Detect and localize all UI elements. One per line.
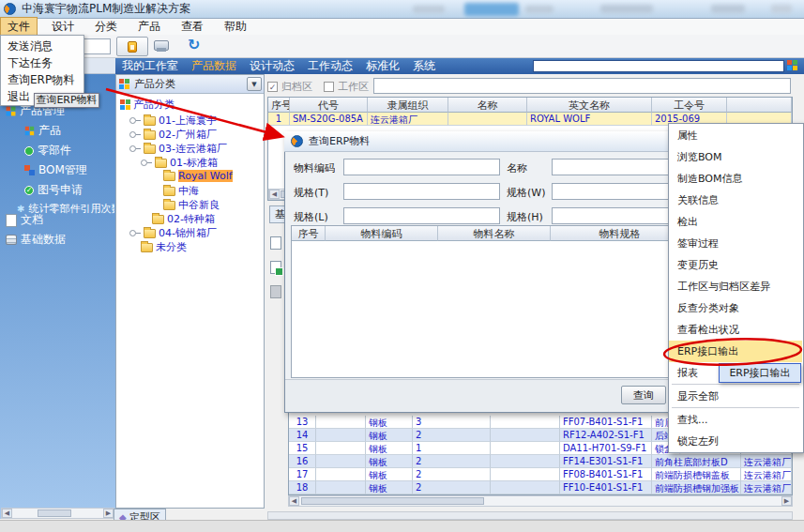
scroll-right-icon[interactable]: ▶: [103, 509, 114, 518]
add-document-button[interactable]: [270, 261, 281, 274]
scroll-right-icon[interactable]: ▶: [781, 496, 792, 506]
tree-node-royal-wolf[interactable]: Royal Wolf: [163, 170, 233, 182]
menu-classify[interactable]: 分类: [88, 18, 124, 36]
bom-cell[interactable]: 前角柱底部封板D: [652, 455, 741, 468]
new-document-button[interactable]: [270, 236, 281, 250]
product-row-cell[interactable]: ROYAL WOLF: [527, 113, 652, 126]
checkbox-checked-icon[interactable]: ✓: [267, 82, 278, 92]
bom-cell[interactable]: 2: [413, 429, 491, 442]
bom-cell[interactable]: [491, 442, 560, 455]
bom-cell[interactable]: [491, 481, 560, 494]
bom-cell[interactable]: 钢板: [366, 416, 413, 429]
menu-file[interactable]: 文件: [0, 17, 38, 37]
bom-cell[interactable]: 钢板: [366, 481, 413, 494]
bom-cell[interactable]: FF07-B401-S1-F1: [560, 416, 652, 429]
bom-cell[interactable]: 钢板: [366, 455, 413, 468]
col-header-seq[interactable]: 序号: [268, 98, 290, 113]
bom-cell[interactable]: 14: [289, 429, 316, 442]
ctx-item-show-all[interactable]: 显示全部: [669, 386, 802, 407]
bom-cell[interactable]: [316, 416, 366, 429]
tree-node-guangzhou[interactable]: 02-广州箱厂: [129, 128, 217, 142]
tab-system[interactable]: 系统: [413, 58, 435, 74]
print-button[interactable]: [154, 40, 169, 51]
tab-design-activity[interactable]: 设计动态: [250, 58, 295, 74]
menu-item-query-erp[interactable]: 查询ERP物料: [2, 71, 83, 88]
tab-standardization[interactable]: 标准化: [366, 58, 400, 74]
bom-cell[interactable]: 15: [289, 442, 316, 455]
scrollbar-thumb[interactable]: [38, 509, 71, 517]
product-row-cell[interactable]: 1: [268, 113, 290, 126]
bom-cell[interactable]: [316, 442, 366, 455]
menu-item-send-message[interactable]: 发送消息: [2, 38, 83, 54]
query-button[interactable]: 查询: [621, 386, 666, 404]
tree-node-jinzhou[interactable]: 04-锦州箱厂: [129, 226, 217, 240]
table-filter-input[interactable]: [373, 78, 791, 94]
bom-cell[interactable]: 连云港箱厂: [741, 481, 792, 494]
refresh-button[interactable]: ↻: [188, 38, 200, 53]
bom-cell[interactable]: FF08-B401-S1-F1: [560, 468, 652, 481]
ctx-item-checkout-status[interactable]: 查看检出状况: [669, 319, 802, 341]
bom-cell[interactable]: [491, 429, 560, 442]
ctx-item-approval-process[interactable]: 签审过程: [669, 233, 802, 254]
workspace-checkbox[interactable]: 工作区: [324, 80, 369, 94]
sidebar-group-base-data[interactable]: 基础数据: [6, 232, 66, 248]
bom-cell[interactable]: 钢板: [366, 429, 413, 442]
bom-cell[interactable]: 16: [289, 455, 316, 468]
bom-table-hscrollbar[interactable]: ◀ ▶: [288, 495, 793, 507]
dialog-col-name[interactable]: 物料名称: [438, 226, 551, 241]
bom-cell[interactable]: 钢板: [366, 468, 413, 481]
sidebar-item-drawing-no[interactable]: ✓ 图号申请: [24, 182, 83, 198]
tree-node-unclassified[interactable]: 未分类: [141, 240, 187, 254]
dialog-col-code[interactable]: 物料编码: [326, 226, 438, 241]
sidebar-item-bom[interactable]: BOM管理: [24, 162, 87, 178]
col-header-work-order[interactable]: 工令号: [652, 98, 727, 113]
menu-help[interactable]: 帮助: [218, 18, 253, 36]
tabbar-filter-box[interactable]: [533, 60, 784, 72]
tree-node-standard-box[interactable]: 01-标准箱: [141, 156, 218, 170]
tab-product-data[interactable]: 产品数据: [191, 58, 236, 74]
bom-cell[interactable]: RF12-A402-S1-F1: [560, 429, 652, 442]
ctx-item-mfg-bom-info[interactable]: 制造BOM信息: [669, 168, 802, 190]
menu-item-assign-task[interactable]: 下达任务: [2, 54, 83, 71]
sidebar-item-parts[interactable]: 零部件: [24, 143, 71, 159]
menu-product[interactable]: 产品: [131, 18, 167, 36]
product-row-cell[interactable]: 连云港箱厂: [368, 113, 448, 126]
send-button[interactable]: [116, 37, 148, 56]
tree-node-zhonghai[interactable]: 中海: [163, 184, 199, 198]
bom-cell[interactable]: [491, 416, 560, 429]
bom-cell[interactable]: [316, 429, 366, 442]
col-header-name[interactable]: 名称: [448, 98, 527, 113]
checkbox-unchecked-icon[interactable]: [324, 82, 334, 92]
col-header-code[interactable]: 代号: [290, 98, 368, 113]
bom-cell[interactable]: 17: [289, 468, 316, 481]
sidebar-item-product[interactable]: 产品: [24, 123, 61, 139]
menu-view[interactable]: 查看: [174, 18, 210, 36]
bom-cell[interactable]: 前端防损槽钢加强板: [652, 481, 741, 494]
tree-node-zhonggu[interactable]: 中谷新良: [163, 198, 220, 212]
ctx-item-checkout[interactable]: 检出: [669, 211, 802, 233]
bom-cell[interactable]: DA11-H701-S9-F1: [560, 442, 652, 455]
scroll-left-icon[interactable]: ◀: [2, 509, 12, 518]
expand-handle-icon[interactable]: [141, 160, 152, 166]
bom-cell[interactable]: 2: [413, 481, 491, 494]
bom-cell[interactable]: [491, 468, 560, 481]
ctx-item-related-info[interactable]: 关联信息: [669, 190, 802, 211]
ctx-item-lock-left-column[interactable]: 锁定左列: [669, 431, 802, 452]
bom-cell[interactable]: 钢板: [366, 442, 413, 455]
spec-t-input[interactable]: [343, 183, 500, 200]
bom-cell[interactable]: 前端防损槽钢盖板: [652, 468, 741, 481]
scroll-left-icon[interactable]: ◀: [289, 496, 299, 506]
bom-cell[interactable]: 1: [413, 442, 491, 455]
bom-cell[interactable]: 3: [413, 416, 491, 429]
dialog-title-bar[interactable]: 查询ERP物料: [284, 131, 697, 152]
bom-cell[interactable]: 13: [289, 416, 316, 429]
expand-handle-icon[interactable]: [129, 117, 141, 124]
product-row-cell[interactable]: [448, 113, 527, 126]
expand-handle-icon[interactable]: [129, 145, 141, 152]
tree-node-special-box[interactable]: 02-特种箱: [152, 212, 215, 226]
tab-work-activity[interactable]: 工作动态: [308, 58, 353, 74]
col-header-org[interactable]: 隶属组织: [368, 98, 448, 113]
bom-cell[interactable]: FF14-E301-S1-F1: [560, 455, 652, 468]
col-header-extra[interactable]: [727, 98, 792, 113]
bom-cell[interactable]: 连云港箱厂: [741, 455, 792, 468]
